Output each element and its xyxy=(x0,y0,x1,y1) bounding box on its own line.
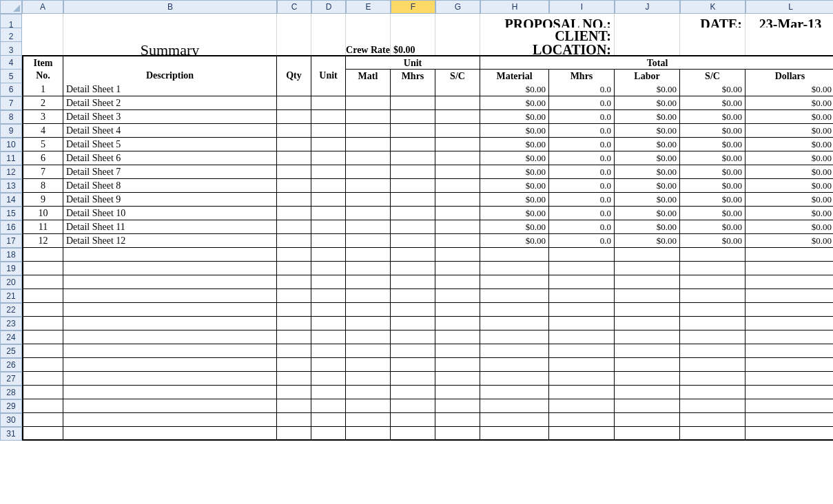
row-header-24[interactable]: 24 xyxy=(0,330,22,344)
row-header-21[interactable]: 21 xyxy=(0,289,22,303)
cell-material[interactable]: $0.00 xyxy=(480,83,549,96)
empty-cell[interactable] xyxy=(680,330,745,344)
cell-qty[interactable] xyxy=(277,165,311,179)
cell-mhrs-total[interactable]: 0.0 xyxy=(549,124,615,138)
cell-desc[interactable]: Detail Sheet 5 xyxy=(63,138,277,151)
row-header-11[interactable]: 11 xyxy=(0,151,22,165)
empty-cell[interactable] xyxy=(615,372,680,386)
cell-dollars[interactable]: $0.00 xyxy=(745,124,833,138)
empty-cell[interactable] xyxy=(311,399,346,413)
cell-labor[interactable]: $0.00 xyxy=(615,110,680,124)
cell-material[interactable]: $0.00 xyxy=(480,179,549,193)
empty-cell[interactable] xyxy=(311,289,346,303)
cell-mhrs[interactable] xyxy=(391,151,435,165)
cell-unit[interactable] xyxy=(311,96,346,110)
empty-cell[interactable] xyxy=(480,427,549,441)
empty-cell[interactable] xyxy=(680,413,745,427)
th-description[interactable]: Description xyxy=(63,69,277,84)
empty-cell[interactable] xyxy=(346,303,391,317)
cell-labor[interactable]: $0.00 xyxy=(615,124,680,138)
empty-cell[interactable] xyxy=(63,262,277,275)
col-header-J[interactable]: J xyxy=(615,0,680,14)
row-header-16[interactable]: 16 xyxy=(0,220,22,234)
row-header-22[interactable]: 22 xyxy=(0,303,22,317)
row-header-12[interactable]: 12 xyxy=(0,165,22,179)
cell-unit[interactable] xyxy=(311,207,346,220)
cell-unit[interactable] xyxy=(311,234,346,248)
empty-cell[interactable] xyxy=(680,372,745,386)
empty-cell[interactable] xyxy=(549,399,615,413)
cell-mhrs-total[interactable]: 0.0 xyxy=(549,96,615,110)
cell-sc[interactable] xyxy=(435,179,480,193)
empty-cell[interactable] xyxy=(549,303,615,317)
empty-cell[interactable] xyxy=(346,427,391,441)
row-header-8[interactable]: 8 xyxy=(0,110,22,124)
cell-qty[interactable] xyxy=(277,124,311,138)
cell-no[interactable]: 5 xyxy=(22,138,63,151)
empty-cell[interactable] xyxy=(311,358,346,372)
empty-cell[interactable] xyxy=(745,344,833,358)
empty-cell[interactable] xyxy=(277,427,311,441)
empty-cell[interactable] xyxy=(680,344,745,358)
cell-desc[interactable]: Detail Sheet 8 xyxy=(63,179,277,193)
row-header-27[interactable]: 27 xyxy=(0,372,22,386)
cell-unit[interactable] xyxy=(311,193,346,207)
empty-cell[interactable] xyxy=(435,399,480,413)
empty-cell[interactable] xyxy=(435,262,480,275)
cell-sc[interactable] xyxy=(435,83,480,96)
empty-cell[interactable] xyxy=(745,248,833,262)
empty-cell[interactable] xyxy=(277,317,311,330)
cell-mhrs[interactable] xyxy=(391,110,435,124)
cell-mhrs[interactable] xyxy=(391,179,435,193)
th-total-group[interactable]: Total xyxy=(480,55,833,70)
cell-matl[interactable] xyxy=(346,151,391,165)
empty-cell[interactable] xyxy=(63,344,277,358)
cell-labor[interactable]: $0.00 xyxy=(615,220,680,234)
cell-mhrs-total[interactable]: 0.0 xyxy=(549,151,615,165)
cell-mhrs-total[interactable]: 0.0 xyxy=(549,138,615,151)
cell-mhrs-total[interactable]: 0.0 xyxy=(549,193,615,207)
empty-cell[interactable] xyxy=(549,372,615,386)
empty-cell[interactable] xyxy=(22,275,63,289)
empty-cell[interactable] xyxy=(311,386,346,399)
row-header-15[interactable]: 15 xyxy=(0,207,22,220)
empty-cell[interactable] xyxy=(311,317,346,330)
cell-labor[interactable]: $0.00 xyxy=(615,193,680,207)
empty-cell[interactable] xyxy=(480,317,549,330)
empty-cell[interactable] xyxy=(480,413,549,427)
row-header-17[interactable]: 17 xyxy=(0,234,22,248)
empty-cell[interactable] xyxy=(435,427,480,441)
empty-cell[interactable] xyxy=(22,413,63,427)
empty-cell[interactable] xyxy=(745,289,833,303)
empty-cell[interactable] xyxy=(63,386,277,399)
cell-labor[interactable]: $0.00 xyxy=(615,179,680,193)
empty-cell[interactable] xyxy=(391,358,435,372)
cell-dollars[interactable]: $0.00 xyxy=(745,207,833,220)
cell-sc-total[interactable]: $0.00 xyxy=(680,193,745,207)
empty-cell[interactable] xyxy=(22,372,63,386)
empty-cell[interactable] xyxy=(480,275,549,289)
empty-cell[interactable] xyxy=(615,386,680,399)
cell-desc[interactable]: Detail Sheet 4 xyxy=(63,124,277,138)
cell-no[interactable]: 8 xyxy=(22,179,63,193)
cell-mhrs[interactable] xyxy=(391,83,435,96)
empty-cell[interactable] xyxy=(311,344,346,358)
cell-sc[interactable] xyxy=(435,165,480,179)
th-matl[interactable]: Matl xyxy=(346,69,391,84)
row-header-26[interactable]: 26 xyxy=(0,358,22,372)
row-header-6[interactable]: 6 xyxy=(0,83,22,96)
empty-cell[interactable] xyxy=(615,413,680,427)
empty-cell[interactable] xyxy=(680,262,745,275)
empty-cell[interactable] xyxy=(615,330,680,344)
empty-cell[interactable] xyxy=(22,427,63,441)
empty-cell[interactable] xyxy=(277,413,311,427)
cell-desc[interactable]: Detail Sheet 1 xyxy=(63,83,277,96)
cell-sc[interactable] xyxy=(435,124,480,138)
empty-cell[interactable] xyxy=(63,303,277,317)
empty-cell[interactable] xyxy=(480,386,549,399)
cell-matl[interactable] xyxy=(346,96,391,110)
empty-cell[interactable] xyxy=(346,248,391,262)
cell-material[interactable]: $0.00 xyxy=(480,96,549,110)
empty-cell[interactable] xyxy=(549,289,615,303)
empty-cell[interactable] xyxy=(63,399,277,413)
